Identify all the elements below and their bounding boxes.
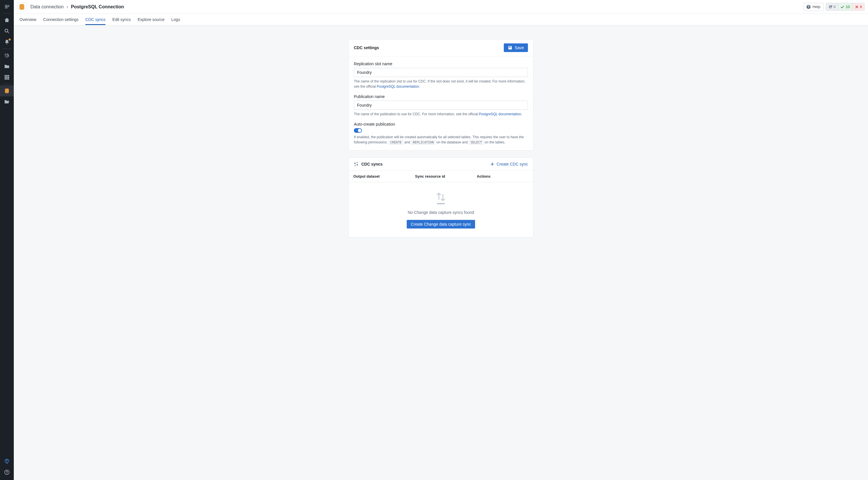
header: Data connection › PostgreSQL Connection … xyxy=(14,0,868,14)
tab-cdc-syncs[interactable]: CDC syncs xyxy=(85,14,105,25)
empty-state: No Change data capture syncs found Creat… xyxy=(349,182,533,237)
refresh-icon xyxy=(828,5,832,9)
empty-sync-icon xyxy=(434,190,448,205)
tab-explore-source[interactable]: Explore source xyxy=(137,14,164,25)
replication-slot-label: Replication slot name xyxy=(354,61,528,66)
apps-icon[interactable] xyxy=(0,72,14,83)
auto-create-toggle[interactable] xyxy=(354,128,362,133)
breadcrumb-current: PostgreSQL Connection xyxy=(71,4,124,9)
folder-icon[interactable] xyxy=(0,61,14,72)
save-icon xyxy=(508,46,513,50)
breadcrumb-parent[interactable]: Data connection xyxy=(30,4,64,9)
tab-connection-settings[interactable]: Connection settings xyxy=(43,14,79,25)
tab-overview[interactable]: Overview xyxy=(20,14,36,25)
svg-rect-6 xyxy=(5,78,6,80)
database-icon[interactable] xyxy=(0,85,14,96)
svg-rect-3 xyxy=(5,77,6,78)
x-icon xyxy=(855,5,859,9)
create-cdc-sync-button[interactable]: Create Change data capture sync xyxy=(407,220,475,229)
publication-name-label: Publication name xyxy=(354,94,528,99)
svg-rect-5 xyxy=(8,77,9,78)
svg-rect-13 xyxy=(437,203,445,204)
status-error[interactable]: 8 xyxy=(852,3,864,10)
auto-create-label: Auto-create publication xyxy=(354,122,528,126)
check-icon xyxy=(840,5,844,9)
app-logo-icon[interactable] xyxy=(0,456,14,467)
svg-point-11 xyxy=(20,4,24,6)
chevron-right-icon: › xyxy=(67,4,68,9)
cdc-settings-title: CDC settings xyxy=(354,46,379,50)
column-output-dataset: Output dataset xyxy=(353,174,415,179)
content: CDC settings Save Replication slot name … xyxy=(14,25,868,480)
svg-rect-7 xyxy=(6,78,8,80)
postgres-docs-link-1[interactable]: PostgreSQL documentation xyxy=(377,85,419,89)
svg-rect-1 xyxy=(6,75,8,77)
publication-name-input[interactable] xyxy=(354,100,528,110)
tab-edit-syncs[interactable]: Edit syncs xyxy=(112,14,131,25)
left-sidebar xyxy=(0,0,14,480)
search-icon[interactable] xyxy=(0,26,14,36)
publication-name-help: The name of the publication to use for C… xyxy=(354,112,528,117)
help-icon xyxy=(806,5,811,9)
breadcrumb: Data connection › PostgreSQL Connection xyxy=(30,4,124,9)
help-sidebar-icon[interactable] xyxy=(0,467,14,478)
postgres-docs-link-2[interactable]: PostgreSQL documentation xyxy=(479,112,521,116)
cdc-syncs-title: CDC syncs xyxy=(354,162,382,167)
status-refresh[interactable]: 0 xyxy=(826,3,838,10)
cdc-settings-panel: CDC settings Save Replication slot name … xyxy=(348,39,533,151)
save-button[interactable]: Save xyxy=(504,43,528,52)
plus-icon xyxy=(490,162,494,166)
menu-toggle-icon[interactable] xyxy=(0,1,14,12)
sync-icon xyxy=(354,162,359,167)
create-cdc-sync-link[interactable]: Create CDC sync xyxy=(490,162,528,167)
cdc-syncs-table-header: Output dataset Sync resource id Actions xyxy=(349,171,533,182)
tab-logs[interactable]: Logs xyxy=(172,14,180,25)
svg-rect-4 xyxy=(6,77,8,78)
connection-type-icon xyxy=(17,2,26,11)
notifications-icon[interactable] xyxy=(0,36,14,48)
cdc-syncs-panel: CDC syncs Create CDC sync Output dataset… xyxy=(348,157,533,237)
tabs: Overview Connection settings CDC syncs E… xyxy=(14,14,868,25)
column-actions: Actions xyxy=(477,174,528,179)
svg-rect-8 xyxy=(8,78,9,80)
status-group: 0 10 8 xyxy=(826,3,865,11)
status-success[interactable]: 10 xyxy=(838,3,852,10)
home-icon[interactable] xyxy=(0,14,14,26)
auto-create-help: If enabled, the publication will be crea… xyxy=(354,134,528,145)
history-icon[interactable] xyxy=(0,50,14,61)
help-button[interactable]: Help xyxy=(803,3,824,11)
replication-slot-help: The name of the replication slot to use … xyxy=(354,79,528,89)
svg-rect-2 xyxy=(8,75,9,77)
folder-open-icon[interactable] xyxy=(0,96,14,107)
replication-slot-input[interactable] xyxy=(354,68,528,77)
svg-point-9 xyxy=(5,89,9,90)
svg-rect-0 xyxy=(5,75,6,77)
empty-state-text: No Change data capture syncs found xyxy=(354,210,527,215)
column-sync-resource-id: Sync resource id xyxy=(415,174,477,179)
